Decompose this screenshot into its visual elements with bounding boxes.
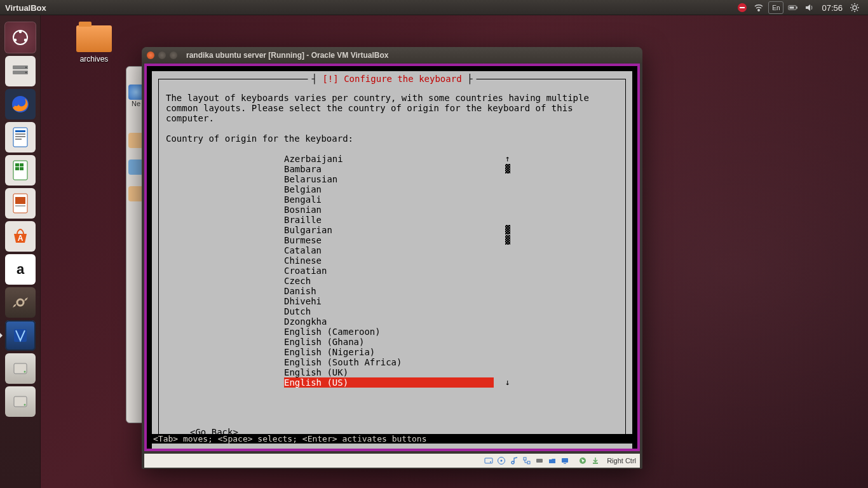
mounted-disk-icon[interactable] xyxy=(5,353,36,384)
calc-icon[interactable] xyxy=(5,155,36,186)
keyboard-option[interactable]: English (South Africa) xyxy=(284,357,494,367)
vm-hdd-icon[interactable] xyxy=(484,456,494,466)
amazon-icon[interactable]: a xyxy=(5,254,36,285)
mounted-disk-2-icon[interactable] xyxy=(5,386,36,417)
language-indicator[interactable]: En xyxy=(768,1,783,14)
vm-network-icon[interactable] xyxy=(522,456,532,466)
unity-launcher: A a xyxy=(0,15,41,488)
vm-shared-folder-icon[interactable] xyxy=(547,456,557,466)
session-gear-icon[interactable] xyxy=(848,2,862,13)
keyboard-option[interactable]: Azerbaijani xyxy=(284,154,494,164)
svg-line-13 xyxy=(851,10,853,11)
keyboard-option[interactable]: English (US) xyxy=(284,377,494,388)
keyboard-option[interactable]: Belarusian xyxy=(284,174,494,184)
software-center-icon[interactable]: A xyxy=(5,221,36,252)
svg-point-16 xyxy=(19,30,22,34)
svg-point-43 xyxy=(24,404,26,406)
svg-point-22 xyxy=(25,72,27,73)
desktop-folder-label: archives xyxy=(76,55,112,64)
keyboard-option[interactable]: Croatian xyxy=(284,266,494,276)
svg-rect-36 xyxy=(15,205,25,207)
keyboard-option[interactable]: Catalan xyxy=(284,245,494,255)
keyboard-option[interactable]: Bambara xyxy=(284,164,494,174)
keyboard-option[interactable]: Bulgarian xyxy=(284,225,494,235)
keyboard-option[interactable]: English (Ghana) xyxy=(284,337,494,347)
system-settings-icon[interactable] xyxy=(5,287,36,318)
svg-point-18 xyxy=(14,39,17,42)
installer-prompt: Country of origin for the keyboard: xyxy=(166,133,618,144)
svg-point-2 xyxy=(758,10,759,11)
virtualbox-icon[interactable] xyxy=(5,320,36,351)
svg-line-12 xyxy=(857,10,858,11)
svg-point-45 xyxy=(490,461,491,463)
svg-rect-31 xyxy=(20,163,24,166)
dash-home-icon[interactable] xyxy=(4,22,36,53)
svg-rect-53 xyxy=(564,463,566,464)
svg-point-47 xyxy=(501,460,503,462)
svg-rect-25 xyxy=(15,130,25,132)
vm-host-key: Right Ctrl xyxy=(607,457,636,464)
installer-title: ┤ [!] Configure the keyboard ├ xyxy=(308,74,477,84)
keyboard-option[interactable]: Braille xyxy=(284,215,494,225)
svg-rect-4 xyxy=(797,6,798,8)
svg-rect-55 xyxy=(593,463,598,464)
keyboard-option[interactable]: English (Cameroon) xyxy=(284,327,494,337)
window-close-icon[interactable] xyxy=(147,51,154,59)
window-minimize-icon[interactable] xyxy=(158,51,166,59)
keyboard-option[interactable]: Bosnian xyxy=(284,205,494,215)
vm-keyboard-capture-icon[interactable] xyxy=(590,456,600,466)
installer-dialog: ┤ [!] Configure the keyboard ├ The layou… xyxy=(152,71,632,449)
network-icon[interactable] xyxy=(752,2,766,13)
vm-mouse-integration-icon[interactable] xyxy=(578,456,588,466)
installer-description: The layout of keyboards varies per count… xyxy=(166,93,618,123)
svg-line-11 xyxy=(851,4,853,6)
keyboard-option[interactable]: English (Nigeria) xyxy=(284,347,494,357)
window-maximize-icon[interactable] xyxy=(170,51,177,59)
svg-rect-35 xyxy=(15,197,25,204)
keyboard-country-list[interactable]: AzerbaijaniBambaraBelarusianBelgianBenga… xyxy=(284,154,494,388)
vm-framebuffer: ┤ [!] Configure the keyboard ├ The layou… xyxy=(144,64,640,451)
desktop-folder[interactable]: archives xyxy=(76,25,112,64)
keyboard-option[interactable]: Dutch xyxy=(284,306,494,316)
vm-window-titlebar[interactable]: randika ubuntu server [Running] - Oracle… xyxy=(142,47,642,64)
vm-audio-icon[interactable] xyxy=(509,456,519,466)
keyboard-option[interactable]: Czech xyxy=(284,276,494,286)
keyboard-option[interactable]: Chinese xyxy=(284,255,494,266)
vm-display-icon[interactable] xyxy=(560,456,570,466)
svg-rect-27 xyxy=(15,136,25,137)
keyboard-option[interactable]: Dhivehi xyxy=(284,296,494,306)
volume-icon[interactable] xyxy=(803,2,817,13)
scrollbar-thumb-icon[interactable]: ▓▓ xyxy=(503,225,513,245)
svg-rect-44 xyxy=(485,458,492,463)
impress-icon[interactable] xyxy=(5,188,36,219)
files-app-icon[interactable] xyxy=(5,56,36,86)
keyboard-option[interactable]: English (UK) xyxy=(284,367,494,377)
svg-rect-28 xyxy=(15,139,22,140)
vm-optical-icon[interactable] xyxy=(496,456,506,466)
svg-rect-52 xyxy=(562,458,568,463)
firefox-icon[interactable] xyxy=(5,89,36,119)
scroll-down-icon: ↓ xyxy=(503,377,513,388)
svg-rect-5 xyxy=(790,6,794,8)
svg-rect-51 xyxy=(536,459,543,463)
scroll-up-icon: ↑ xyxy=(503,154,513,164)
keyboard-option[interactable]: Belgian xyxy=(284,184,494,194)
scrollbar-top-icon[interactable]: ▓ xyxy=(503,164,513,174)
vm-usb-icon[interactable] xyxy=(534,456,545,466)
keyboard-option[interactable]: Burmese xyxy=(284,235,494,245)
svg-point-6 xyxy=(853,6,857,10)
svg-point-41 xyxy=(24,371,26,373)
keyboard-option[interactable]: Bengali xyxy=(284,194,494,205)
svg-rect-26 xyxy=(15,133,25,135)
error-indicator-icon[interactable] xyxy=(735,2,749,13)
svg-text:A: A xyxy=(18,234,24,243)
keyboard-option[interactable]: Danish xyxy=(284,286,494,296)
writer-icon[interactable] xyxy=(5,122,36,152)
installer-key-hint: <Tab> moves; <Space> selects; <Enter> ac… xyxy=(152,434,632,444)
active-app-title[interactable]: VirtualBox xyxy=(5,3,46,13)
battery-icon[interactable] xyxy=(786,2,800,13)
keyboard-option[interactable]: Dzongkha xyxy=(284,316,494,327)
clock[interactable]: 07:56 xyxy=(822,3,843,13)
svg-rect-30 xyxy=(15,163,19,166)
svg-line-14 xyxy=(857,4,858,6)
